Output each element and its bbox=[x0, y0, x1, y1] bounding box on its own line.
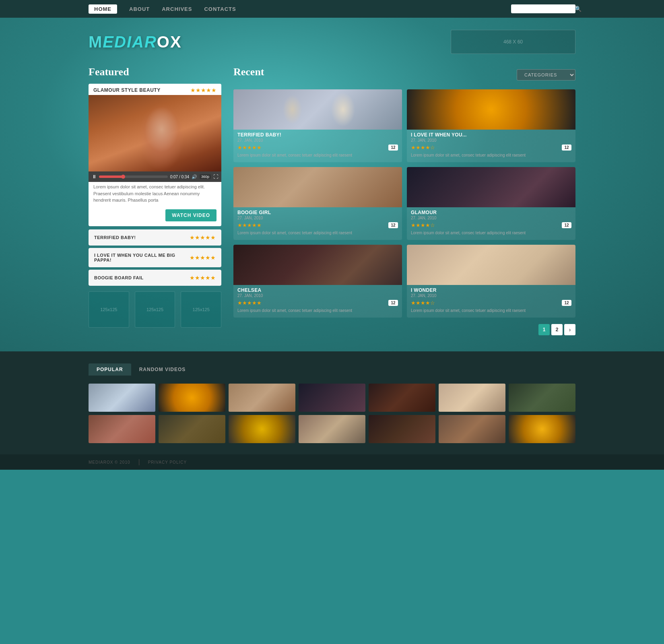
recent-stars-2: ★★★★★ bbox=[237, 222, 262, 228]
thumb-11[interactable] bbox=[369, 415, 435, 443]
page-1-button[interactable]: 1 bbox=[538, 324, 550, 335]
nav-home[interactable]: HOME bbox=[89, 4, 117, 14]
thumb-2[interactable] bbox=[229, 384, 295, 412]
featured-main-stars: ★★★★★ bbox=[190, 87, 217, 93]
featured-list-item-0[interactable]: TERRIFIED BABY! ★★★★★ bbox=[89, 229, 221, 246]
page-next-button[interactable]: › bbox=[564, 324, 575, 335]
recent-stars-5: ★★★★☆ bbox=[411, 300, 435, 306]
recent-card-body-2: BOOGIE GIRL 27. JAN, 2010 bbox=[233, 207, 402, 220]
thumb-3[interactable] bbox=[299, 384, 365, 412]
comment-badge-1: 12 bbox=[562, 144, 571, 151]
featured-section: Featured GLAMOUR STYLE BEAUTY ★★★★★ ⏸ bbox=[89, 66, 221, 328]
recent-card-img-3 bbox=[407, 167, 575, 207]
time-display: 0:07 / 0:34 bbox=[170, 175, 189, 179]
video-thumbnail[interactable] bbox=[89, 95, 221, 171]
thumb-4[interactable] bbox=[369, 384, 435, 412]
search-input[interactable] bbox=[514, 6, 575, 12]
recent-card-date-5: 27. JAN, 2010 bbox=[411, 293, 571, 298]
list-item-title-2: BOOGIE BOARD FAIL bbox=[94, 275, 144, 280]
recent-stars-row-1: ★★★★☆ 12 bbox=[407, 144, 575, 151]
footer-privacy[interactable]: PRIVACY POLICY bbox=[148, 460, 187, 464]
recent-card-5[interactable]: I WONDER 27. JAN, 2010 ★★★★☆ 12 Lorem ip… bbox=[407, 245, 575, 318]
featured-title: Featured bbox=[89, 66, 221, 78]
recent-card-0[interactable]: TERRIFIED BABY! 27. JAN, 2010 ★★★★★ 12 L… bbox=[233, 89, 402, 162]
thumb-1[interactable] bbox=[159, 384, 225, 412]
recent-card-title-5: I WONDER bbox=[411, 287, 571, 293]
recent-card-4[interactable]: CHELSEA 27. JAN, 2010 ★★★★★ 12 Lorem ips… bbox=[233, 245, 402, 318]
thumb-6[interactable] bbox=[509, 384, 575, 412]
nav-archives[interactable]: ARCHIVES bbox=[162, 6, 192, 12]
list-item-title-1: I LOVE IT WHEN YOU CALL ME BIG PAPPA! bbox=[94, 253, 190, 262]
footer-bar: MEDIAROX © 2010 | PRIVACY POLICY bbox=[0, 454, 664, 470]
recent-card-body-3: GLAMOUR 27. JAN, 2010 bbox=[407, 207, 575, 220]
featured-list-item-2[interactable]: BOOGIE BOARD FAIL ★★★★★ bbox=[89, 270, 221, 286]
thumb-0[interactable] bbox=[89, 384, 155, 412]
ad-box-2: 125x125 bbox=[181, 291, 221, 328]
recent-card-date-3: 27. JAN, 2010 bbox=[411, 216, 571, 220]
thumb-grid-row2 bbox=[89, 415, 575, 443]
page-2-button[interactable]: 2 bbox=[551, 324, 563, 335]
ad-box-0: 125x125 bbox=[89, 291, 129, 328]
thumb-7[interactable] bbox=[89, 415, 155, 443]
recent-card-body-1: I LOVE IT WHEN YOU... 27. JAN, 2010 bbox=[407, 130, 575, 142]
recent-stars-row-5: ★★★★☆ 12 bbox=[407, 300, 575, 306]
nav-about[interactable]: ABOUT bbox=[129, 6, 150, 12]
nav-links: HOME ABOUT ARCHIVES CONTACTS bbox=[89, 4, 236, 14]
recent-stars-row-0: ★★★★★ 12 bbox=[233, 144, 402, 151]
nav-contacts[interactable]: CONTACTS bbox=[204, 6, 236, 12]
search-icon[interactable]: 🔍 bbox=[575, 6, 582, 12]
recent-card-text-0: Lorem ipsum dolor sit amet, consec tetue… bbox=[233, 153, 402, 158]
recent-card-3[interactable]: GLAMOUR 27. JAN, 2010 ★★★★☆ 12 Lorem ips… bbox=[407, 167, 575, 240]
featured-main-card: GLAMOUR STYLE BEAUTY ★★★★★ ⏸ 0:07 / 0: bbox=[89, 84, 221, 226]
thumb-5[interactable] bbox=[439, 384, 505, 412]
recent-section: Recent CATEGORIES TERRIFIED BABY! 27. JA… bbox=[233, 66, 575, 335]
thumb-9[interactable] bbox=[229, 415, 295, 443]
comment-badge-0: 12 bbox=[388, 144, 398, 151]
header-ad-banner: 468 X 60 bbox=[451, 30, 575, 54]
recent-card-1[interactable]: I LOVE IT WHEN YOU... 27. JAN, 2010 ★★★★… bbox=[407, 89, 575, 162]
categories-dropdown[interactable]: CATEGORIES bbox=[517, 69, 575, 80]
recent-card-title-3: GLAMOUR bbox=[411, 210, 571, 215]
footer-copyright: MEDIAROX © 2010 bbox=[89, 460, 130, 464]
video-image bbox=[89, 95, 221, 171]
tab-popular[interactable]: POPULAR bbox=[89, 363, 131, 376]
recent-card-title-2: BOOGIE GIRL bbox=[237, 210, 398, 215]
recent-card-title-0: TERRIFIED BABY! bbox=[237, 132, 398, 138]
navigation: HOME ABOUT ARCHIVES CONTACTS 🔍 bbox=[0, 0, 664, 18]
face-silhouette bbox=[89, 95, 221, 171]
thumb-12[interactable] bbox=[439, 415, 505, 443]
thumb-10[interactable] bbox=[299, 415, 365, 443]
recent-stars-row-3: ★★★★☆ 12 bbox=[407, 222, 575, 228]
recent-stars-row-4: ★★★★★ 12 bbox=[233, 300, 402, 306]
recent-card-2[interactable]: BOOGIE GIRL 27. JAN, 2010 ★★★★★ 12 Lorem… bbox=[233, 167, 402, 240]
quality-badge[interactable]: 360p bbox=[200, 174, 211, 179]
recent-header: Recent CATEGORIES bbox=[233, 66, 575, 84]
featured-list-item-1[interactable]: I LOVE IT WHEN YOU CALL ME BIG PAPPA! ★★… bbox=[89, 248, 221, 267]
thumb-13[interactable] bbox=[509, 415, 575, 443]
recent-stars-4: ★★★★★ bbox=[237, 300, 262, 306]
progress-fill bbox=[99, 175, 123, 178]
tab-random-videos[interactable]: RANDOM VIDEOS bbox=[131, 363, 194, 376]
list-item-title-0: TERRIFIED BABY! bbox=[94, 235, 136, 240]
progress-bar[interactable] bbox=[99, 175, 168, 178]
volume-icon[interactable]: 🔊 bbox=[192, 174, 197, 180]
recent-card-text-5: Lorem ipsum dolor sit amet, consec tetue… bbox=[407, 308, 575, 314]
play-pause-button[interactable]: ⏸ bbox=[92, 174, 97, 180]
recent-card-text-1: Lorem ipsum dolor sit amet, consec tetue… bbox=[407, 153, 575, 158]
recent-card-body-4: CHELSEA 27. JAN, 2010 bbox=[233, 285, 402, 298]
recent-stars-row-2: ★★★★★ 12 bbox=[233, 222, 402, 228]
recent-card-body-0: TERRIFIED BABY! 27. JAN, 2010 bbox=[233, 130, 402, 142]
thumb-8[interactable] bbox=[159, 415, 225, 443]
recent-card-title-4: CHELSEA bbox=[237, 287, 398, 293]
watch-video-button[interactable]: WATCH VIDEO bbox=[165, 209, 217, 221]
logo-ox: OX bbox=[157, 33, 182, 51]
recent-card-text-3: Lorem ipsum dolor sit amet, consec tetue… bbox=[407, 230, 575, 236]
site-logo: MEDIAROX bbox=[89, 33, 182, 51]
featured-main-title-row: GLAMOUR STYLE BEAUTY ★★★★★ bbox=[89, 84, 221, 95]
fullscreen-button[interactable]: ⛶ bbox=[213, 174, 218, 180]
comment-badge-5: 12 bbox=[562, 300, 571, 306]
recent-card-img-5 bbox=[407, 245, 575, 285]
list-item-stars-2: ★★★★★ bbox=[190, 275, 216, 281]
recent-card-text-2: Lorem ipsum dolor sit amet, consec tetue… bbox=[233, 230, 402, 236]
recent-card-date-1: 27. JAN, 2010 bbox=[411, 138, 571, 142]
